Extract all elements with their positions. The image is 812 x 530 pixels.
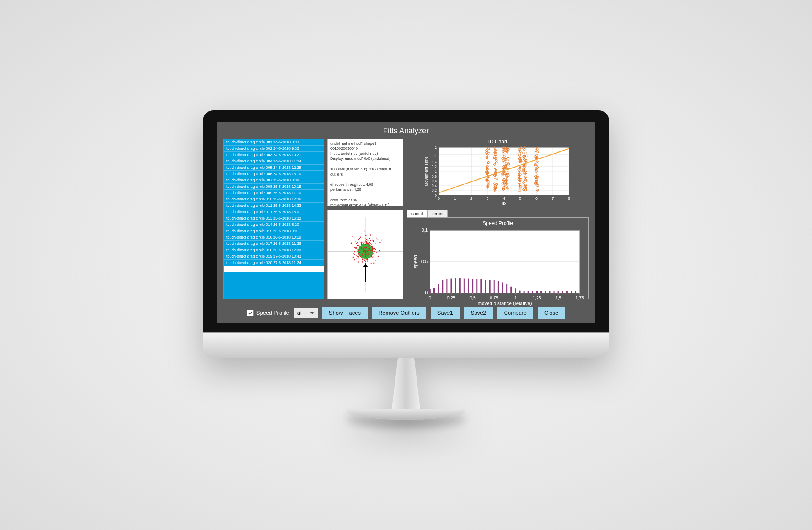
speed-profile-checkbox[interactable] (247, 310, 254, 316)
list-item[interactable]: touch-direct drag circle 017 26-5-2018 1… (224, 241, 324, 247)
svg-point-568 (373, 241, 374, 242)
list-item[interactable]: touch-direct drag circle 007 25-5-2018 8… (224, 177, 324, 184)
svg-text:0,25: 0,25 (447, 296, 455, 300)
session-list[interactable]: touch-direct drag circle 001 24-5-2018 8… (223, 139, 324, 299)
svg-point-620 (363, 251, 364, 252)
svg-text:1,7: 1,7 (432, 153, 437, 157)
list-item[interactable]: touch-direct drag circle 008 25-5-2018 1… (224, 184, 324, 190)
info-line (330, 177, 401, 182)
svg-rect-678 (464, 279, 465, 293)
list-item[interactable]: touch-direct drag circle 006 24-5-2018 1… (224, 171, 324, 177)
svg-point-371 (358, 239, 359, 240)
svg-point-608 (365, 252, 366, 253)
svg-text:ID: ID (502, 201, 506, 206)
list-item[interactable]: touch-direct drag circle 014 26-5-2018 8… (224, 222, 324, 228)
svg-point-326 (366, 239, 367, 240)
svg-point-418 (360, 236, 361, 237)
svg-point-545 (379, 242, 380, 243)
list-item[interactable]: touch-direct drag circle 001 24-5-2018 8… (224, 139, 324, 146)
svg-text:1,75: 1,75 (576, 296, 584, 300)
list-item[interactable]: touch-direct drag circle 002 24-5-2018 9… (224, 146, 324, 152)
list-item[interactable]: touch-direct drag circle 016 26-5-2018 1… (224, 234, 324, 241)
info-line: Display: undefined" 0x0 (undefined) (330, 156, 401, 161)
screen-bezel: Fitts Analyzer touch-direct drag circle … (203, 110, 609, 332)
filter-select[interactable]: all (294, 308, 318, 318)
svg-point-627 (365, 247, 366, 248)
svg-point-501 (372, 246, 373, 247)
svg-text:0,5: 0,5 (470, 296, 476, 300)
svg-point-531 (356, 258, 357, 258)
svg-text:moved distance (relative): moved distance (relative) (478, 301, 532, 306)
svg-text:1,2: 1,2 (432, 165, 437, 169)
svg-text:0,05: 0,05 (419, 259, 428, 264)
svg-rect-671 (433, 288, 435, 293)
list-item[interactable]: touch-direct drag circle 003 24-5-2018 1… (224, 152, 324, 158)
svg-rect-682 (480, 279, 482, 293)
close-button[interactable]: Close (538, 307, 565, 319)
svg-rect-703 (571, 291, 572, 293)
svg-rect-685 (494, 280, 495, 293)
svg-text:0,1: 0,1 (422, 228, 428, 233)
list-item[interactable]: touch-direct drag circle 013 25-5-2018 1… (224, 215, 324, 222)
svg-rect-675 (450, 279, 452, 293)
list-item[interactable]: touch-direct drag circle 015 26-5-2018 9… (224, 228, 324, 234)
svg-point-561 (365, 235, 366, 236)
tab-speed[interactable]: speed (407, 210, 428, 217)
svg-point-548 (375, 260, 376, 261)
svg-point-628 (366, 247, 367, 248)
svg-point-473 (373, 240, 373, 241)
svg-point-598 (363, 249, 364, 250)
svg-text:2: 2 (435, 146, 437, 150)
svg-point-436 (352, 236, 353, 236)
svg-point-516 (381, 239, 381, 240)
show-traces-button[interactable]: Show Traces (322, 307, 368, 319)
speed-profile-checkbox-wrap: Speed Profile (247, 310, 289, 316)
svg-point-566 (359, 242, 360, 242)
svg-point-533 (375, 243, 376, 244)
svg-point-594 (365, 244, 366, 245)
svg-text:0,6: 0,6 (432, 179, 437, 183)
svg-rect-701 (562, 291, 563, 293)
svg-point-631 (366, 254, 367, 255)
compare-button[interactable]: Compare (497, 307, 533, 319)
list-item[interactable]: touch-direct drag circle 010 25-5-2018 1… (224, 196, 324, 203)
svg-text:0,4: 0,4 (432, 184, 437, 188)
svg-point-610 (367, 251, 368, 252)
svg-rect-697 (545, 291, 546, 293)
svg-point-379 (370, 234, 371, 235)
svg-point-335 (372, 257, 373, 258)
svg-rect-689 (510, 287, 512, 293)
list-item[interactable]: touch-direct drag circle 011 25-5-2018 1… (224, 203, 324, 209)
target-scatter (328, 210, 403, 299)
list-item[interactable]: touch-direct drag circle 011 25-5-2018 1… (224, 209, 324, 215)
svg-point-484 (373, 256, 373, 257)
svg-point-630 (359, 247, 360, 248)
svg-point-605 (366, 253, 367, 253)
id-chart: 01234567800,20,40,60,811,21,41,72IDMovem… (407, 146, 589, 206)
svg-text:1: 1 (435, 169, 437, 173)
list-item[interactable]: touch-direct drag circle 019 27-5-2018 1… (224, 253, 324, 260)
svg-point-510 (371, 256, 372, 257)
svg-point-641 (370, 251, 371, 252)
svg-rect-699 (554, 291, 555, 293)
info-line (330, 162, 401, 167)
svg-point-602 (363, 248, 364, 249)
list-item[interactable]: touch-direct drag circle 020 27-5-2018 1… (224, 260, 324, 266)
svg-point-477 (353, 253, 354, 253)
svg-rect-674 (446, 279, 447, 293)
svg-point-586 (363, 250, 364, 251)
remove-outliers-button[interactable]: Remove Outliers (372, 307, 426, 319)
list-item[interactable]: touch-direct drag circle 018 26-5-2018 1… (224, 247, 324, 253)
svg-point-437 (370, 240, 371, 241)
tab-errors[interactable]: errors (428, 210, 448, 217)
svg-point-401 (368, 242, 368, 242)
svg-rect-673 (442, 280, 443, 293)
svg-point-483 (357, 252, 357, 253)
list-item[interactable]: touch-direct drag circle 009 25-5-2018 1… (224, 190, 324, 196)
save1-button[interactable]: Save1 (431, 307, 460, 319)
list-item[interactable]: touch-direct drag circle 005 24-5-2018 1… (224, 165, 324, 171)
list-item[interactable]: touch-direct drag circle 004 24-5-2018 1… (224, 158, 324, 165)
svg-point-579 (373, 248, 373, 249)
save2-button[interactable]: Save2 (464, 307, 493, 319)
info-panel[interactable]: undefined method? shape? 0010020030040In… (327, 139, 403, 206)
